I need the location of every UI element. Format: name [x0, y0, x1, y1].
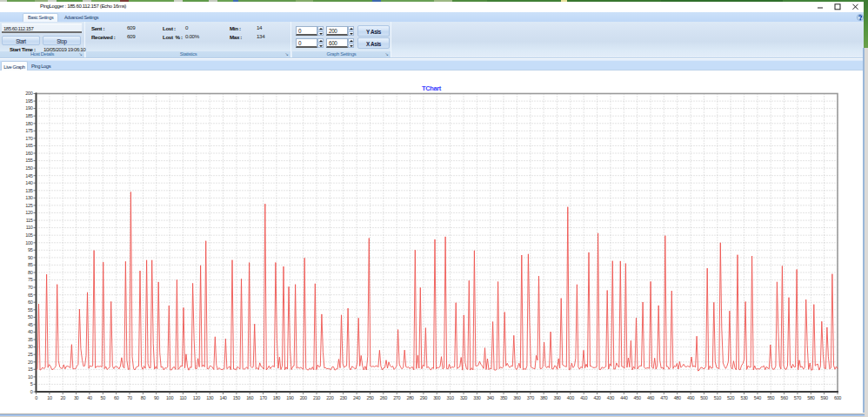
svg-text:160: 160: [246, 395, 253, 400]
svg-text:20: 20: [60, 395, 65, 400]
svg-text:440: 440: [620, 395, 627, 400]
svg-text:30: 30: [28, 344, 33, 349]
svg-text:270: 270: [393, 395, 400, 400]
svg-text:600: 600: [834, 395, 841, 400]
svg-text:25: 25: [28, 352, 33, 357]
svg-text:130: 130: [206, 395, 213, 400]
svg-text:490: 490: [687, 395, 694, 400]
svg-text:130: 130: [25, 195, 32, 200]
svg-text:590: 590: [821, 395, 828, 400]
svg-text:90: 90: [28, 255, 33, 260]
svg-text:510: 510: [714, 395, 721, 400]
svg-text:40: 40: [28, 329, 33, 334]
svg-text:155: 155: [25, 158, 32, 163]
svg-text:310: 310: [447, 395, 454, 400]
svg-text:110: 110: [26, 225, 33, 230]
svg-text:110: 110: [180, 395, 187, 400]
svg-text:500: 500: [700, 395, 707, 400]
svg-text:520: 520: [727, 395, 734, 400]
svg-text:60: 60: [114, 395, 119, 400]
svg-text:530: 530: [740, 395, 747, 400]
svg-text:60: 60: [28, 299, 33, 305]
svg-text:15: 15: [28, 367, 33, 372]
svg-text:320: 320: [460, 395, 467, 400]
svg-text:5: 5: [30, 381, 33, 387]
svg-text:410: 410: [580, 395, 587, 400]
svg-text:10: 10: [47, 395, 52, 400]
svg-text:80: 80: [28, 270, 33, 275]
svg-text:190: 190: [25, 105, 32, 111]
svg-text:50: 50: [101, 395, 106, 400]
svg-text:95: 95: [28, 247, 33, 252]
svg-text:570: 570: [794, 395, 801, 400]
svg-text:140: 140: [219, 395, 226, 400]
svg-text:390: 390: [553, 395, 560, 400]
svg-text:180: 180: [273, 395, 280, 400]
svg-text:120: 120: [25, 210, 32, 215]
svg-text:65: 65: [28, 293, 33, 298]
svg-text:260: 260: [380, 395, 387, 400]
svg-text:210: 210: [313, 395, 320, 400]
svg-text:350: 350: [500, 395, 507, 400]
svg-text:35: 35: [28, 337, 33, 342]
svg-text:290: 290: [420, 395, 427, 400]
svg-text:160: 160: [25, 151, 32, 156]
svg-text:170: 170: [25, 136, 32, 141]
svg-text:195: 195: [25, 98, 32, 104]
svg-text:170: 170: [260, 395, 267, 400]
svg-text:150: 150: [25, 165, 32, 171]
svg-text:90: 90: [154, 395, 159, 400]
svg-text:45: 45: [28, 322, 33, 327]
svg-text:TChart: TChart: [422, 84, 442, 92]
svg-text:230: 230: [340, 395, 347, 400]
svg-text:75: 75: [28, 277, 33, 282]
svg-text:165: 165: [25, 143, 32, 148]
svg-text:450: 450: [634, 395, 641, 400]
svg-text:70: 70: [28, 285, 33, 290]
svg-text:540: 540: [754, 395, 761, 400]
svg-text:40: 40: [87, 395, 92, 400]
svg-text:120: 120: [193, 395, 200, 400]
svg-text:80: 80: [141, 395, 146, 400]
svg-text:550: 550: [767, 395, 774, 400]
svg-text:10: 10: [28, 374, 33, 380]
svg-text:370: 370: [527, 395, 534, 400]
svg-text:55: 55: [28, 307, 33, 313]
svg-text:140: 140: [25, 180, 32, 185]
svg-text:200: 200: [300, 395, 307, 400]
svg-text:135: 135: [25, 188, 32, 193]
svg-text:180: 180: [25, 121, 32, 126]
svg-text:100: 100: [166, 395, 173, 400]
svg-text:470: 470: [660, 395, 667, 400]
svg-text:50: 50: [28, 314, 33, 319]
svg-text:30: 30: [74, 395, 79, 400]
svg-text:560: 560: [781, 395, 788, 400]
svg-text:70: 70: [127, 395, 132, 400]
svg-text:100: 100: [25, 240, 32, 245]
svg-text:580: 580: [807, 395, 814, 400]
svg-text:105: 105: [25, 232, 32, 238]
svg-text:460: 460: [647, 395, 654, 400]
svg-text:0: 0: [35, 395, 37, 400]
svg-text:330: 330: [473, 395, 480, 400]
svg-text:200: 200: [25, 91, 32, 96]
svg-text:175: 175: [25, 128, 32, 133]
svg-text:190: 190: [286, 395, 293, 400]
svg-text:20: 20: [28, 360, 33, 365]
svg-text:380: 380: [540, 395, 547, 400]
svg-text:250: 250: [366, 395, 373, 400]
svg-text:360: 360: [513, 395, 520, 400]
svg-text:430: 430: [607, 395, 614, 400]
svg-text:150: 150: [233, 395, 240, 400]
svg-text:300: 300: [433, 395, 440, 400]
svg-text:145: 145: [25, 173, 32, 178]
svg-text:220: 220: [326, 395, 333, 400]
svg-text:340: 340: [487, 395, 494, 400]
svg-text:185: 185: [25, 113, 32, 118]
svg-text:125: 125: [25, 203, 32, 208]
svg-text:240: 240: [353, 395, 360, 400]
svg-text:480: 480: [674, 395, 681, 400]
svg-text:280: 280: [406, 395, 413, 400]
svg-text:115: 115: [26, 218, 33, 223]
svg-text:85: 85: [28, 262, 33, 267]
